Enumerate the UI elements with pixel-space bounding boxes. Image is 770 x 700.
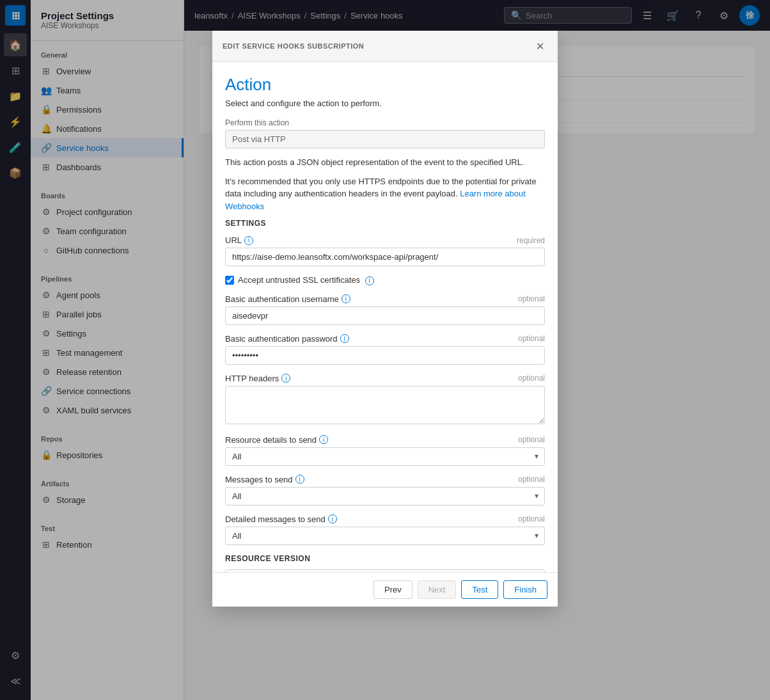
http-headers-input[interactable]	[225, 386, 545, 424]
http-headers-info-icon[interactable]: i	[281, 374, 290, 383]
messages-select[interactable]: All Errors only None	[225, 487, 545, 505]
resource-version-form-group: 2.0 1.0 ▾	[225, 569, 545, 573]
username-optional: optional	[518, 294, 545, 303]
resource-details-label: Resource details to send i	[225, 435, 328, 445]
resource-version-select-wrapper: 2.0 1.0 ▾	[225, 569, 545, 573]
username-input[interactable]	[225, 306, 545, 325]
url-input[interactable]	[225, 248, 545, 266]
modal-body: Action Select and configure the action t…	[212, 62, 558, 572]
action-description-1: This action posts a JSON object represen…	[225, 156, 545, 169]
password-info-icon[interactable]: i	[340, 334, 349, 343]
username-label-row: Basic authentication username i optional	[225, 294, 545, 304]
ssl-label: Accept untrusted SSL certificates i	[238, 275, 374, 285]
modal-subtitle: Select and configure the action to perfo…	[225, 99, 545, 108]
password-input[interactable]	[225, 346, 545, 365]
username-label: Basic authentication username i	[225, 294, 350, 304]
modal-header-title: EDIT SERVICE HOOKS SUBSCRIPTION	[223, 42, 364, 50]
detailed-messages-select[interactable]: All Errors only None	[225, 527, 545, 545]
url-info-icon[interactable]: i	[244, 236, 253, 245]
messages-form-group: Messages to send i optional All Errors o…	[225, 475, 545, 505]
messages-select-wrapper: All Errors only None ▾	[225, 487, 545, 505]
password-optional: optional	[518, 334, 545, 343]
http-headers-optional: optional	[518, 374, 545, 383]
resource-details-info-icon[interactable]: i	[319, 435, 328, 444]
url-form-group: URL i required	[225, 235, 545, 266]
password-label: Basic authentication password i	[225, 334, 349, 344]
detailed-messages-form-group: Detailed messages to send i optional All…	[225, 514, 545, 545]
detailed-messages-label-row: Detailed messages to send i optional	[225, 514, 545, 524]
url-label-row: URL i required	[225, 235, 545, 245]
prev-button[interactable]: Prev	[373, 580, 412, 599]
url-required: required	[517, 236, 545, 245]
modal-footer: Prev Next Test Finish	[212, 572, 558, 607]
test-button[interactable]: Test	[461, 580, 498, 599]
resource-details-optional: optional	[518, 435, 545, 444]
resource-details-label-row: Resource details to send i optional	[225, 435, 545, 445]
url-label: URL i	[225, 235, 253, 245]
ssl-checkbox-row: Accept untrusted SSL certificates i	[225, 275, 545, 285]
main: leansoftx / AISE Workshops / Settings / …	[184, 0, 770, 700]
ssl-checkbox[interactable]	[225, 276, 234, 285]
detailed-messages-select-wrapper: All Errors only None ▾	[225, 527, 545, 545]
messages-label: Messages to send i	[225, 475, 304, 484]
next-button: Next	[418, 580, 457, 599]
perform-action-label: Perform this action	[225, 118, 545, 127]
http-headers-label: HTTP headers i	[225, 374, 290, 383]
content: Action Action Description Post via HTTP …	[184, 31, 770, 700]
detailed-messages-label: Detailed messages to send i	[225, 514, 337, 524]
detailed-messages-optional: optional	[518, 514, 545, 523]
perform-action-wrapper: Perform this action	[225, 118, 545, 148]
settings-title: SETTINGS	[225, 219, 545, 228]
password-form-group: Basic authentication password i optional	[225, 334, 545, 365]
modal-title: Action	[225, 75, 545, 95]
modal-edit-subscription: EDIT SERVICE HOOKS SUBSCRIPTION ✕ Action…	[212, 31, 558, 607]
perform-action-input[interactable]	[225, 130, 545, 148]
password-label-row: Basic authentication password i optional	[225, 334, 545, 344]
messages-optional: optional	[518, 475, 545, 484]
messages-label-row: Messages to send i optional	[225, 475, 545, 484]
username-info-icon[interactable]: i	[342, 294, 350, 303]
action-description-2: It's recommended that you only use HTTPS…	[225, 175, 545, 213]
resource-details-select-wrapper: All Minimal None ▾	[225, 447, 545, 466]
resource-details-select[interactable]: All Minimal None	[225, 447, 545, 466]
modal-header: EDIT SERVICE HOOKS SUBSCRIPTION ✕	[212, 31, 558, 62]
resource-version-title: RESOURCE VERSION	[225, 554, 545, 563]
resource-details-form-group: Resource details to send i optional All …	[225, 435, 545, 466]
modal-overlay: EDIT SERVICE HOOKS SUBSCRIPTION ✕ Action…	[184, 31, 770, 700]
http-headers-label-row: HTTP headers i optional	[225, 374, 545, 383]
detailed-messages-info-icon[interactable]: i	[328, 514, 337, 523]
username-form-group: Basic authentication username i optional	[225, 294, 545, 325]
ssl-info-icon[interactable]: i	[365, 276, 374, 285]
messages-info-icon[interactable]: i	[295, 475, 304, 484]
finish-button[interactable]: Finish	[503, 580, 547, 599]
http-headers-form-group: HTTP headers i optional	[225, 374, 545, 426]
resource-version-select[interactable]: 2.0 1.0	[225, 569, 545, 573]
modal-close-button[interactable]: ✕	[532, 38, 547, 54]
